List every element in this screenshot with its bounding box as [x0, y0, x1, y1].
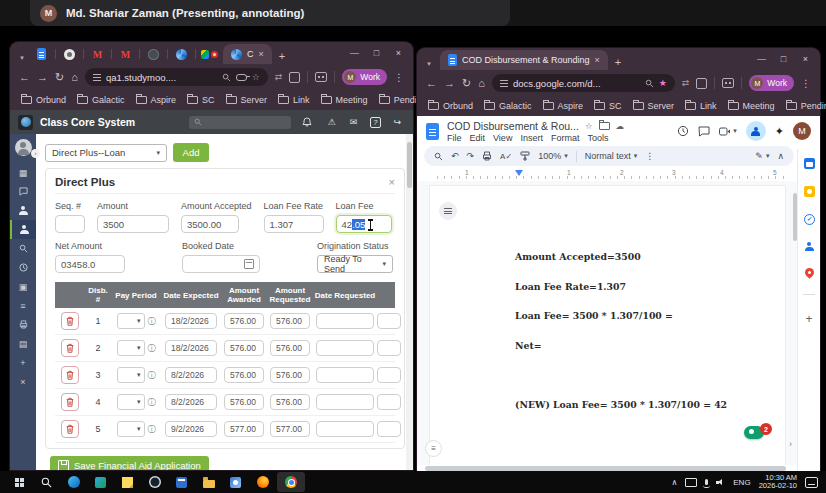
new-tab-button[interactable]: +	[615, 56, 621, 68]
delete-row-button[interactable]	[61, 339, 79, 357]
site-info-icon[interactable]	[93, 74, 101, 81]
amount-accepted-input[interactable]: 3500.00	[181, 215, 239, 233]
amount-requested-input[interactable]: 576.00	[270, 394, 310, 410]
grammar-assistant-widget[interactable]: 2	[744, 426, 764, 439]
forward-button[interactable]: →	[444, 77, 455, 89]
sidebar-item-groups[interactable]	[10, 201, 36, 220]
profile-chip[interactable]: M Work	[749, 75, 794, 91]
extension-bot-icon[interactable]	[315, 72, 327, 82]
sidebar-item-settings[interactable]: ≡	[10, 296, 36, 315]
help-icon[interactable]: ?	[368, 117, 383, 128]
contacts-icon[interactable]	[805, 242, 814, 251]
google-docs-logo[interactable]	[426, 123, 439, 140]
zoom-icon[interactable]	[222, 73, 231, 82]
info-icon[interactable]: ⓘ	[148, 316, 156, 327]
cutoff-input[interactable]	[377, 367, 401, 383]
start-button[interactable]	[6, 471, 33, 493]
comments-icon[interactable]	[698, 126, 710, 137]
redo-icon[interactable]: ↷	[467, 151, 475, 161]
loan-fee-input[interactable]: 42.05	[336, 215, 392, 233]
paint-format-icon[interactable]	[520, 151, 530, 161]
browser-menu-icon[interactable]: ⋮	[801, 78, 811, 89]
print-icon[interactable]	[482, 151, 492, 161]
cutoff-input[interactable]	[377, 313, 401, 329]
microphone-icon[interactable]	[705, 479, 708, 485]
reload-button[interactable]: ↻	[55, 71, 64, 84]
sync-icon[interactable]: ⇄	[682, 78, 690, 88]
version-history-icon[interactable]	[677, 125, 689, 137]
sync-icon[interactable]: ⇄	[275, 72, 283, 82]
delete-row-button[interactable]	[61, 312, 79, 330]
notifications-bell-icon[interactable]	[302, 117, 317, 127]
indent-marker[interactable]	[515, 170, 523, 176]
back-button[interactable]: ←	[19, 71, 30, 83]
document-title[interactable]: COD Disbursement & Rou...	[447, 120, 579, 132]
date-expected-input[interactable]: 18/2/2026	[165, 313, 217, 329]
loan-fee-rate-input[interactable]: 1.307	[264, 215, 324, 233]
amount-awarded-input[interactable]: 576.00	[224, 313, 264, 329]
minimize-button[interactable]: —	[346, 48, 363, 58]
tasks-icon[interactable]: ✓	[804, 214, 815, 225]
tab-search-icon[interactable]: ▾	[423, 60, 435, 68]
delete-row-button[interactable]	[61, 420, 79, 438]
volume-icon[interactable]	[716, 478, 725, 486]
notification-center-icon[interactable]	[805, 477, 818, 488]
maximize-button[interactable]: □	[368, 48, 385, 58]
close-button[interactable]: ×	[390, 48, 407, 58]
styles-select[interactable]: Normal text▾	[585, 151, 638, 161]
amount-requested-input[interactable]: 576.00	[270, 313, 310, 329]
delete-row-button[interactable]	[61, 393, 79, 411]
network-icon[interactable]	[685, 478, 697, 487]
date-expected-input[interactable]: 18/2/2026	[165, 340, 217, 356]
info-icon[interactable]: ⓘ	[148, 424, 156, 435]
search-menus-icon[interactable]	[434, 152, 443, 161]
account-avatar[interactable]: M	[793, 122, 811, 140]
collapse-toolbar-icon[interactable]: ∧	[777, 151, 784, 161]
date-requested-input[interactable]	[316, 367, 374, 383]
bookmark-folder[interactable]: Aspire	[543, 101, 584, 111]
menu-edit[interactable]: Edit	[470, 133, 486, 143]
sidebar-item-dashboard[interactable]: ▦	[10, 163, 36, 182]
clock-date[interactable]: 10:30 AM 2026-02-10	[759, 474, 797, 491]
taskbar-photos[interactable]	[222, 471, 249, 493]
bookmark-folder[interactable]: Galactic	[77, 95, 125, 105]
extensions-icon[interactable]	[289, 72, 300, 83]
sidebar-item-messages[interactable]	[10, 182, 36, 201]
explore-button[interactable]: ≡	[425, 440, 442, 457]
logout-icon[interactable]: ↪	[390, 117, 405, 127]
menu-format[interactable]: Format	[551, 133, 580, 143]
sidebar-item-add[interactable]: +	[10, 353, 36, 372]
bookmark-folder[interactable]: Aspire	[136, 95, 177, 105]
pinned-tab-globe[interactable]	[145, 46, 162, 62]
tab-search-icon[interactable]: ▾	[16, 54, 28, 62]
bookmark-folder[interactable]: Link	[278, 95, 310, 105]
active-tab[interactable]: C ×	[223, 44, 272, 64]
amount-awarded-input[interactable]: 576.00	[224, 340, 264, 356]
minimize-button[interactable]: —	[753, 54, 770, 64]
pay-period-select[interactable]: ▾	[117, 421, 145, 437]
app-search-input[interactable]	[189, 116, 291, 129]
address-bar[interactable]: qa1.studymoo.... ☆	[85, 68, 268, 86]
bookmark-folder[interactable]: SC	[594, 101, 622, 111]
pinned-tab-meet[interactable]	[201, 46, 218, 62]
home-button[interactable]: ⌂	[478, 77, 485, 89]
date-requested-input[interactable]	[316, 340, 374, 356]
sidebar-item-media[interactable]: ▤	[10, 334, 36, 353]
booked-date-input[interactable]	[182, 255, 260, 273]
zoom-select[interactable]: 100%▾	[538, 151, 568, 161]
date-requested-input[interactable]	[316, 421, 374, 437]
share-button[interactable]	[746, 121, 766, 141]
amount-requested-input[interactable]: 576.00	[270, 367, 310, 383]
cutoff-input[interactable]	[377, 394, 401, 410]
extension-bot-icon[interactable]	[722, 78, 734, 88]
star-document-icon[interactable]: ☆	[585, 121, 593, 131]
info-icon[interactable]: ⓘ	[148, 370, 156, 381]
keep-icon[interactable]	[804, 186, 815, 197]
back-button[interactable]: ←	[426, 77, 437, 89]
sidebar-item-students-active[interactable]	[10, 220, 36, 239]
info-icon[interactable]: ⓘ	[148, 343, 156, 354]
taskbar-chrome-active[interactable]	[277, 472, 305, 492]
extensions-icon[interactable]	[696, 78, 707, 89]
spellcheck-icon[interactable]: A✓	[500, 152, 512, 161]
page-scrollbar[interactable]	[406, 134, 413, 470]
